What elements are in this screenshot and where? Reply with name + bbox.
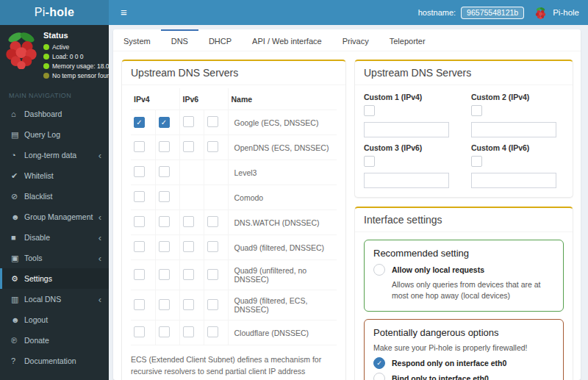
status-load: Load: 0 0 0 <box>43 53 109 60</box>
upstream-checkbox-ipv4[interactable]: ✓ <box>159 117 170 128</box>
hostname-label: hostname: <box>418 8 456 17</box>
hostname-value: 96575548121b <box>461 7 524 19</box>
upstream-checkbox-ipv4[interactable] <box>134 299 145 310</box>
upstream-checkbox-ipv4[interactable] <box>159 299 170 310</box>
upstream-checkbox-ipv4[interactable] <box>159 269 170 280</box>
status-memory: Memory usage: 18.0 % <box>43 62 109 70</box>
upstream-checkbox-ipv4[interactable] <box>159 326 170 337</box>
card-title: Upstream DNS Servers <box>355 61 573 85</box>
sidebar-item-blacklist[interactable]: ⊘Blacklist <box>0 186 109 207</box>
custom-field-checkbox[interactable] <box>364 156 375 167</box>
card-title: Upstream DNS Servers <box>122 61 345 85</box>
sidebar-item-dashboard[interactable]: ⌂Dashboard <box>0 104 109 124</box>
radio-option-description: Allows only queries from devices that ar… <box>392 279 554 301</box>
logo-text-light: Pi <box>35 6 46 18</box>
sidebar-status-panel: Status ActiveLoad: 0 0 0Memory usage: 18… <box>0 25 109 87</box>
column-header-name: Name <box>228 88 337 110</box>
upstream-dns-row: Cloudflare (DNSSEC) <box>131 320 337 345</box>
custom-field-checkbox[interactable] <box>364 105 375 116</box>
upstream-checkbox-ipv6[interactable] <box>207 269 218 280</box>
upstream-checkbox-ipv6[interactable] <box>183 326 194 337</box>
sidebar-item-disable[interactable]: ■Disable‹ <box>0 227 109 248</box>
upstream-checkbox-ipv4[interactable] <box>159 216 170 227</box>
sidebar-item-local-dns[interactable]: ▥Local DNS‹ <box>0 289 109 309</box>
app-logo[interactable]: Pi-hole <box>0 0 109 25</box>
radio-allow-only-local-requests[interactable] <box>373 264 385 276</box>
radio-option: Allow only local requestsAllows only que… <box>373 264 554 301</box>
custom-field-checkbox[interactable] <box>471 156 482 167</box>
sidebar-toggle-icon[interactable]: ≡ <box>118 0 130 25</box>
ecs-note-text: ECS (Extended Client Subnet) defines a m… <box>122 345 345 380</box>
upstream-checkbox-ipv6[interactable] <box>207 141 218 152</box>
radio-bind-only-to-interface-eth0[interactable] <box>373 373 385 380</box>
upstream-checkbox-ipv6[interactable] <box>183 241 194 252</box>
user-icon: ☻ <box>11 315 24 324</box>
sidebar-menu: ⌂Dashboard▤Query Log◔Long-term data‹✔Whi… <box>0 104 109 371</box>
upstream-checkbox-ipv6[interactable] <box>207 216 218 227</box>
address-book-icon: ▥ <box>11 295 24 304</box>
radio-option: Bind only to interface eth0 <box>373 373 554 380</box>
upstream-dns-row: Comodo <box>131 185 337 210</box>
tab-privacy[interactable]: Privacy <box>332 29 379 51</box>
custom-field-label: Custom 2 (IPv4) <box>471 93 564 101</box>
custom-field-label: Custom 1 (IPv4) <box>364 93 456 101</box>
upstream-checkbox-ipv4[interactable] <box>134 141 145 152</box>
status-block: Status ActiveLoad: 0 0 0Memory usage: 18… <box>43 29 109 82</box>
clock-icon: ◔ <box>11 151 24 159</box>
upstream-checkbox-ipv4[interactable] <box>159 191 170 202</box>
upstream-checkbox-ipv6[interactable] <box>183 141 194 152</box>
upstream-checkbox-ipv6[interactable] <box>183 216 194 227</box>
sidebar-item-logout[interactable]: ☻Logout <box>0 309 109 330</box>
upstream-checkbox-ipv6[interactable] <box>207 116 218 127</box>
upstream-checkbox-ipv4[interactable] <box>134 241 145 252</box>
ecs-note-regular: ECS (Extended Client Subnet) defines a m… <box>131 355 332 380</box>
tab-api-web-interface[interactable]: API / Web interface <box>242 29 332 51</box>
chevron-left-icon: ‹ <box>98 233 103 243</box>
tab-dhcp[interactable]: DHCP <box>198 29 242 51</box>
ban-icon: ⊘ <box>11 192 24 201</box>
custom-field-checkbox[interactable] <box>471 105 482 116</box>
paypal-icon: ℗ <box>11 336 24 345</box>
upstream-checkbox-ipv4[interactable] <box>134 216 145 227</box>
sidebar-item-whitelist[interactable]: ✔Whitelist <box>0 165 109 186</box>
upstream-checkbox-ipv4[interactable] <box>134 166 145 177</box>
upstream-checkbox-ipv4[interactable] <box>134 326 145 337</box>
upstream-checkbox-ipv6[interactable] <box>207 326 218 337</box>
sidebar-item-long-term-data[interactable]: ◔Long-term data‹ <box>0 145 109 165</box>
card-title: Interface settings <box>355 208 573 232</box>
sidebar-item-tools[interactable]: ▣Tools‹ <box>0 248 109 268</box>
header-right: hostname: 96575548121b Pi-hole <box>418 7 579 19</box>
users-icon: ☻ <box>11 212 24 221</box>
upstream-checkbox-ipv6[interactable] <box>207 241 218 252</box>
tab-system[interactable]: System <box>113 29 161 51</box>
upstream-checkbox-ipv6[interactable] <box>183 299 194 310</box>
radio-respond-only-on-interface-eth0[interactable]: ✓ <box>373 357 385 369</box>
sidebar-item-donate[interactable]: ℗Donate <box>0 330 109 351</box>
custom-dns-input[interactable] <box>364 173 449 188</box>
sidebar-item-settings[interactable]: ⚙Settings <box>0 268 109 289</box>
sidebar-item-group-management[interactable]: ☻Group Management‹ <box>0 207 109 227</box>
sidebar-item-label: Blacklist <box>24 192 103 201</box>
tab-dns[interactable]: DNS <box>161 29 198 51</box>
upstream-checkbox-ipv4[interactable] <box>134 191 145 202</box>
custom-dns-input[interactable] <box>364 122 449 137</box>
upstream-checkbox-ipv4[interactable]: ✓ <box>134 117 145 128</box>
column-header-ipv4: IPv4 <box>131 88 179 110</box>
tab-teleporter[interactable]: Teleporter <box>379 29 436 51</box>
custom-dns-input[interactable] <box>471 173 556 188</box>
sidebar-item-documentation[interactable]: ?Documentation <box>0 351 109 371</box>
upstream-checkbox-ipv4[interactable] <box>134 269 145 280</box>
upstream-checkbox-ipv6[interactable] <box>183 116 194 127</box>
upstream-name: Quad9 (filtered, DNSSEC) <box>228 235 337 260</box>
upstream-checkbox-ipv4[interactable] <box>159 141 170 152</box>
custom-dns-input[interactable] <box>471 122 556 137</box>
sidebar-item-label: Local DNS <box>24 295 98 304</box>
upstream-checkbox-ipv4[interactable] <box>159 241 170 252</box>
stop-icon: ■ <box>11 233 24 242</box>
upstream-checkbox-ipv6[interactable] <box>183 269 194 280</box>
custom-field-label: Custom 4 (IPv6) <box>471 143 564 152</box>
sidebar-item-query-log[interactable]: ▤Query Log <box>0 124 109 145</box>
upstream-checkbox-ipv4[interactable] <box>159 166 170 177</box>
upstream-checkbox-ipv6[interactable] <box>207 299 218 310</box>
chevron-left-icon: ‹ <box>98 295 103 304</box>
